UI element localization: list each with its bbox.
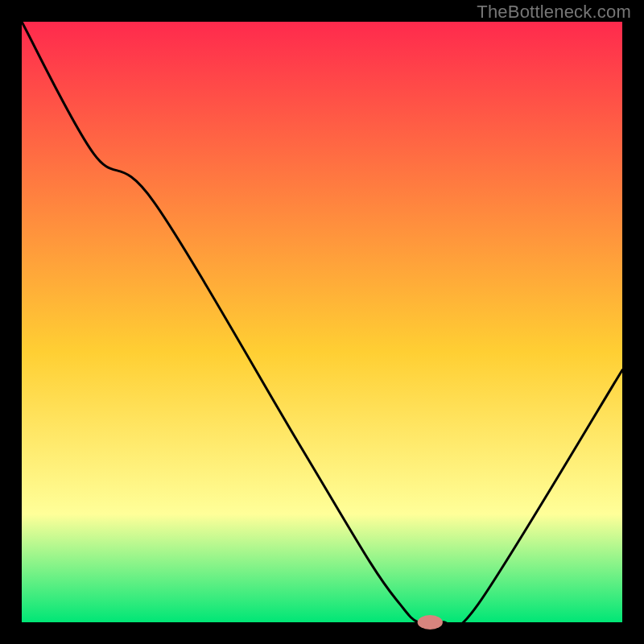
bottleneck-chart: TheBottleneck.com <box>0 0 644 644</box>
optimal-marker <box>418 615 443 630</box>
plot-background <box>22 22 622 622</box>
chart-svg <box>0 0 644 644</box>
